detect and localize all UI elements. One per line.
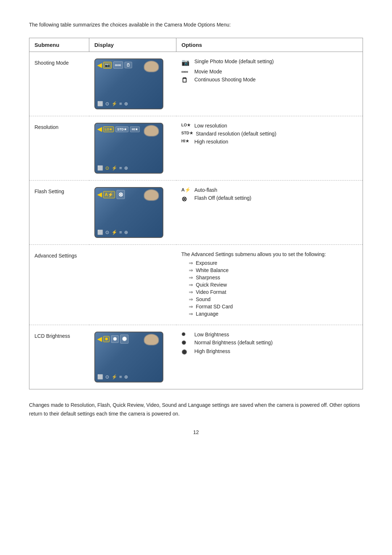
option-hi-res: HI★ High resolution xyxy=(181,139,358,145)
lcd-single-photo-icon: 📷 xyxy=(103,62,112,69)
item-language-text: Language xyxy=(196,311,219,317)
item-sharpness-text: Sharpness xyxy=(196,275,220,280)
lcd-continuous-icon: 🗒 xyxy=(124,62,132,68)
lcd-bottom-1: ⬜ xyxy=(97,101,103,106)
options-brightness: ✺ Low Brightness ✺ Normal Brightness (de… xyxy=(176,325,363,389)
low-res-text: Low resolution xyxy=(195,123,227,129)
table-row-shooting-mode: Shooting Mode ◀ 📷 ∞∞ 🗒 ⬜ ⊙ ⚡ ≡ ⊕ xyxy=(29,52,363,116)
flash-off-icon: ⊗ xyxy=(181,195,192,203)
list-item-exposure: ⇒ Exposure xyxy=(189,260,358,266)
arrow-video-format: ⇒ xyxy=(189,289,193,295)
lcd-bright-bottom-4: ≡ xyxy=(119,374,122,380)
continuous-shooting-icon: 🗒 xyxy=(181,77,192,84)
submenu-resolution: Resolution xyxy=(29,116,89,181)
lcd-flash-bottom-4: ≡ xyxy=(119,230,122,235)
option-movie-mode: ∞∞ Movie Mode xyxy=(181,69,358,74)
advanced-intro-text: The Advanced Settings submenu allows you… xyxy=(181,251,358,257)
options-advanced: The Advanced Settings submenu allows you… xyxy=(176,245,363,325)
options-flash: A⚡ Auto-flash ⊗ Flash Off (default setti… xyxy=(176,181,363,245)
continuous-shooting-text: Continuous Shooting Mode xyxy=(195,77,256,82)
low-res-icon: LO★ xyxy=(181,123,192,127)
option-high-brightness: ✺ High Brightness xyxy=(181,348,358,356)
col-header-options: Options xyxy=(176,38,363,52)
lcd-bright-bottom-1: ⬜ xyxy=(97,374,103,380)
item-white-balance-text: White Balance xyxy=(196,267,229,273)
lcd-bright-bottom-3: ⚡ xyxy=(111,374,117,380)
lcd-bright-arrow: ◀ xyxy=(97,336,102,343)
submenu-shooting-mode: Shooting Mode xyxy=(29,52,89,116)
options-resolution: LO★ Low resolution STD★ Standard resolut… xyxy=(176,116,363,181)
lcd-bright-low-icon: ✺ xyxy=(103,336,110,342)
movie-mode-icon: ∞∞ xyxy=(181,69,192,74)
lcd-flash-bottom-2: ⊙ xyxy=(105,230,109,235)
item-sound-text: Sound xyxy=(196,296,211,302)
option-normal-brightness: ✺ Normal Brightness (default setting) xyxy=(181,340,358,346)
lcd-bottom-5: ⊕ xyxy=(124,101,128,106)
lcd-bottom-3: ⚡ xyxy=(111,101,117,106)
submenu-advanced: Advanced Settings xyxy=(29,245,89,325)
list-item-sound: ⇒ Sound xyxy=(189,296,358,302)
submenu-flash: Flash Setting xyxy=(29,181,89,245)
lcd-bright-bottom-2: ⊙ xyxy=(105,374,109,380)
single-photo-text: Single Photo Mode (default setting) xyxy=(195,58,274,64)
hi-res-text: High resolution xyxy=(195,139,228,145)
lcd-flash-bottom-3: ⚡ xyxy=(111,230,117,235)
normal-brightness-text: Normal Brightness (default setting) xyxy=(195,340,273,345)
lcd-flash-bottom-1: ⬜ xyxy=(97,230,103,235)
option-low-brightness: ✺ Low Brightness xyxy=(181,332,358,337)
intro-paragraph: The following table summarizes the choic… xyxy=(29,22,363,28)
normal-brightness-icon: ✺ xyxy=(181,340,192,346)
movie-mode-text: Movie Mode xyxy=(195,69,222,74)
page-number: 12 xyxy=(29,429,363,435)
option-continuous: 🗒 Continuous Shooting Mode xyxy=(181,77,358,84)
item-video-format-text: Video Format xyxy=(196,289,226,295)
option-std-res: STD★ Standard resolution (default settin… xyxy=(181,131,358,137)
high-brightness-text: High Brightness xyxy=(195,348,230,354)
lcd-res-bottom-4: ≡ xyxy=(119,165,122,171)
lcd-bottom-2: ⊙ xyxy=(105,101,109,106)
lcd-flash: ◀ A⚡ ⊗ ⬜ ⊙ ⚡ ≡ ⊕ xyxy=(94,187,163,238)
item-format-sd-text: Format SD Card xyxy=(196,304,233,309)
lcd-arrow-icon: ◀ xyxy=(97,62,102,69)
auto-flash-text: Auto-flash xyxy=(195,187,217,193)
arrow-quick-review: ⇒ xyxy=(189,282,193,288)
arrow-sound: ⇒ xyxy=(189,296,193,302)
lcd-resolution: ◀ LO★ STD★ HI★ ⬜ ⊙ ⚡ ≡ ⊕ xyxy=(94,123,163,174)
lcd-brightness: ◀ ✺ ✺ ✺ ⬜ ⊙ ⚡ ≡ ⊕ xyxy=(94,332,163,382)
lcd-res-arrow: ◀ xyxy=(97,126,102,133)
hi-res-icon: HI★ xyxy=(181,139,192,143)
display-flash: ◀ A⚡ ⊗ ⬜ ⊙ ⚡ ≡ ⊕ xyxy=(89,181,176,245)
item-exposure-text: Exposure xyxy=(196,260,217,266)
display-resolution: ◀ LO★ STD★ HI★ ⬜ ⊙ ⚡ ≡ ⊕ xyxy=(89,116,176,181)
options-shooting-mode: 📷 Single Photo Mode (default setting) ∞∞… xyxy=(176,52,363,116)
lcd-std-icon: STD★ xyxy=(115,126,128,132)
table-row-flash: Flash Setting ◀ A⚡ ⊗ ⬜ ⊙ ⚡ ≡ ⊕ xyxy=(29,181,363,245)
arrow-language: ⇒ xyxy=(189,311,193,317)
list-item-white-balance: ⇒ White Balance xyxy=(189,267,358,273)
single-photo-icon: 📷 xyxy=(181,58,192,66)
flash-off-text: Flash Off (default setting) xyxy=(195,195,252,201)
lcd-flash-arrow: ◀ xyxy=(97,191,102,198)
lcd-res-bottom-1: ⬜ xyxy=(97,165,103,171)
lcd-bright-mid-icon: ✺ xyxy=(111,335,119,343)
table-row-brightness: LCD Brightness ◀ ✺ ✺ ✺ ⬜ ⊙ ⚡ ≡ ⊕ xyxy=(29,325,363,389)
option-single-photo: 📷 Single Photo Mode (default setting) xyxy=(181,58,358,66)
std-res-icon: STD★ xyxy=(181,131,193,135)
list-item-video-format: ⇒ Video Format xyxy=(189,289,358,295)
arrow-exposure: ⇒ xyxy=(189,260,193,266)
auto-flash-icon: A⚡ xyxy=(181,187,192,193)
low-brightness-text: Low Brightness xyxy=(195,332,229,337)
col-header-display: Display xyxy=(89,38,176,52)
lcd-movie-icon: ∞∞ xyxy=(113,61,123,69)
list-item-quick-review: ⇒ Quick Review xyxy=(189,282,358,288)
arrow-format-sd: ⇒ xyxy=(189,304,193,309)
lcd-bright-high-icon: ✺ xyxy=(120,335,128,344)
option-flash-off: ⊗ Flash Off (default setting) xyxy=(181,195,358,203)
high-brightness-icon: ✺ xyxy=(181,348,192,356)
submenu-brightness: LCD Brightness xyxy=(29,325,89,389)
low-brightness-icon: ✺ xyxy=(181,332,192,337)
table-row-resolution: Resolution ◀ LO★ STD★ HI★ ⬜ ⊙ ⚡ ≡ ⊕ xyxy=(29,116,363,181)
list-item-format-sd: ⇒ Format SD Card xyxy=(189,304,358,309)
display-shooting-mode: ◀ 📷 ∞∞ 🗒 ⬜ ⊙ ⚡ ≡ ⊕ xyxy=(89,52,176,116)
advanced-items-list: ⇒ Exposure ⇒ White Balance ⇒ Sharpness ⇒… xyxy=(181,260,358,317)
